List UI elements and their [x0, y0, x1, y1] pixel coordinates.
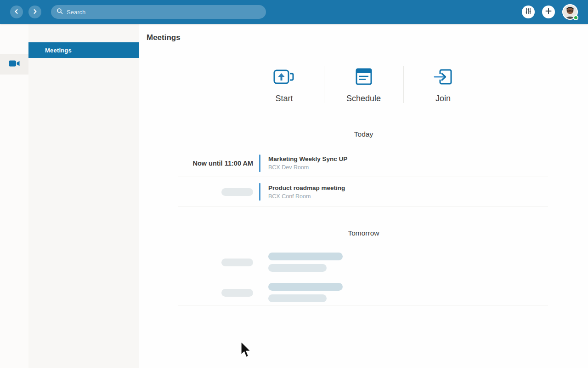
- meeting-time: Now until 11:00 AM: [178, 160, 253, 167]
- meeting-skeleton-row: [178, 253, 548, 272]
- section-heading-today: Today: [139, 130, 588, 138]
- schedule-agenda-icon: [355, 66, 373, 87]
- sidebar: Meetings: [28, 24, 139, 368]
- meeting-accent-bar: [259, 183, 260, 201]
- add-button[interactable]: [542, 6, 555, 18]
- join-meeting-button[interactable]: Join: [404, 66, 483, 104]
- top-bar: [0, 0, 588, 24]
- join-label: Join: [435, 94, 451, 104]
- location-skeleton-pill: [268, 264, 327, 272]
- start-label: Start: [275, 94, 293, 104]
- forward-button[interactable]: [28, 6, 41, 18]
- plus-icon: [545, 8, 552, 16]
- start-meeting-camera-icon: [273, 66, 295, 87]
- time-skeleton-pill: [221, 259, 253, 266]
- meeting-location: BCX Conf Room: [268, 193, 345, 200]
- sidebar-item-meetings[interactable]: Meetings: [28, 42, 139, 58]
- chevron-right-icon: [32, 8, 38, 16]
- back-button[interactable]: [10, 6, 23, 18]
- meeting-title: Product roadmap meeting: [268, 184, 345, 191]
- meeting-accent-bar: [259, 155, 260, 172]
- main-content: Meetings Start: [139, 24, 588, 368]
- location-skeleton-pill: [268, 294, 327, 302]
- page-title: Meetings: [147, 33, 181, 42]
- today-meeting-list: Now until 11:00 AM Marketing Weekly Sync…: [178, 150, 548, 207]
- search-input[interactable]: [67, 9, 260, 16]
- meeting-actions: Start Schedule: [139, 66, 588, 104]
- search-icon: [57, 8, 63, 16]
- filters-button[interactable]: [522, 6, 535, 18]
- meeting-skeleton-row: [178, 283, 548, 302]
- rail-item-meetings[interactable]: [0, 54, 28, 75]
- mouse-cursor: [241, 342, 252, 360]
- tomorrow-meeting-list: [178, 253, 548, 305]
- schedule-label: Schedule: [346, 94, 381, 104]
- video-camera-icon: [8, 59, 20, 69]
- app-rail: [0, 24, 28, 368]
- meeting-time-loading: [178, 188, 253, 196]
- start-meeting-button[interactable]: Start: [245, 66, 324, 104]
- meeting-row-upcoming[interactable]: Product roadmap meeting BCX Conf Room: [178, 177, 548, 207]
- topbar-actions: [522, 4, 578, 20]
- meeting-title: Marketing Weekly Sync UP: [268, 155, 347, 162]
- profile-button[interactable]: [562, 4, 578, 20]
- join-arrow-box-icon: [434, 66, 453, 87]
- schedule-meeting-button[interactable]: Schedule: [324, 66, 403, 104]
- chevron-left-icon: [14, 8, 19, 16]
- title-skeleton-pill: [268, 253, 343, 260]
- meeting-location: BCX Dev Room: [268, 164, 347, 171]
- meeting-row-current[interactable]: Now until 11:00 AM Marketing Weekly Sync…: [178, 150, 548, 177]
- sidebar-item-label: Meetings: [45, 47, 72, 54]
- presence-available-badge: [573, 15, 578, 20]
- section-heading-tomorrow: Tomorrow: [139, 229, 588, 237]
- time-skeleton-pill: [221, 289, 253, 297]
- time-skeleton-pill: [221, 188, 253, 196]
- vertical-sliders-icon: [525, 8, 531, 16]
- search-box[interactable]: [51, 5, 266, 19]
- title-skeleton-pill: [268, 283, 343, 291]
